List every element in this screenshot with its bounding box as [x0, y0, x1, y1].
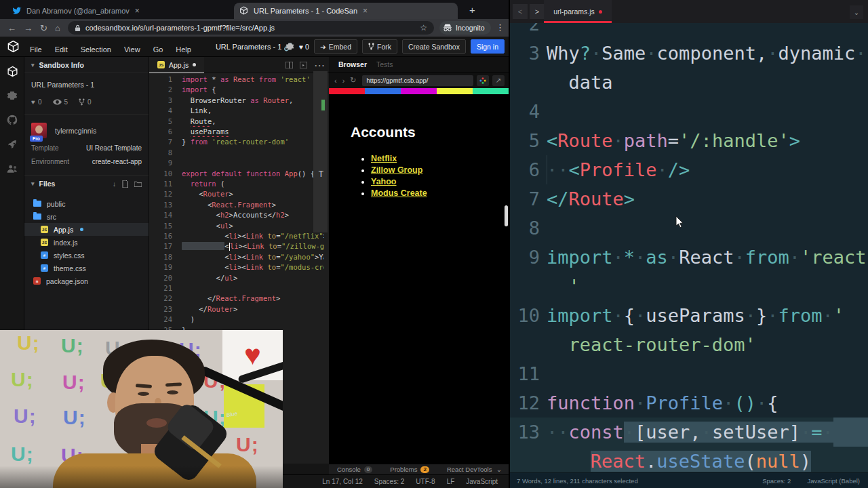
- problems-tab[interactable]: Problems: [390, 466, 417, 473]
- sandbox-info-header[interactable]: ▾ Sandbox Info: [24, 57, 149, 73]
- like-button[interactable]: ♥ 0: [299, 43, 309, 51]
- split-view-icon[interactable]: [285, 62, 293, 68]
- menu-item-help[interactable]: Help: [176, 45, 191, 54]
- bookmark-star-icon[interactable]: ☆: [420, 23, 427, 33]
- new-folder-icon[interactable]: [134, 181, 142, 187]
- github-icon[interactable]: [0, 110, 24, 130]
- likes-stat: ♥0: [31, 98, 42, 106]
- webcam-bottom-shadow: [0, 466, 283, 488]
- menu-item-selection[interactable]: Selection: [81, 45, 111, 54]
- code-line-7: 7} from 'react-router-dom': [149, 137, 324, 147]
- language-indicator[interactable]: JavaScript (Babel): [807, 477, 860, 485]
- menu-item-go[interactable]: Go: [153, 45, 163, 54]
- csb-header: FileEditSelectionViewGoHelp URL Paramete…: [0, 37, 509, 57]
- back-icon[interactable]: ←: [7, 23, 16, 33]
- tab-url-params[interactable]: url-params.js: [544, 0, 612, 23]
- tab-tests[interactable]: Tests: [376, 60, 393, 68]
- status-item[interactable]: Spaces: 2: [374, 478, 404, 485]
- zoom-code-line-4: 4: [510, 97, 868, 126]
- preview-back-icon[interactable]: ‹: [334, 77, 337, 85]
- chevron-down-icon[interactable]: ⌄: [850, 5, 863, 19]
- file-row-theme-css[interactable]: #theme.css: [24, 262, 149, 274]
- file-row-src[interactable]: src: [24, 210, 149, 223]
- author-row[interactable]: Pro tylermcginnis: [24, 115, 149, 138]
- fork-button[interactable]: Fork: [362, 39, 397, 54]
- menu-item-edit[interactable]: Edit: [55, 45, 68, 54]
- deploy-rocket-icon[interactable]: [0, 134, 24, 155]
- nav-back-icon[interactable]: <: [513, 4, 528, 19]
- file-row-package-json[interactable]: npackage.json: [24, 274, 149, 287]
- menu-item-file[interactable]: File: [30, 45, 42, 54]
- editor-scrollbar[interactable]: [313, 71, 328, 232]
- accounts-link-list: NetflixZillow GroupYahooModus Create: [371, 154, 427, 200]
- code-line-21: 21: [149, 283, 324, 293]
- sign-in-button[interactable]: Sign in: [471, 39, 505, 54]
- heart-icon: ♥: [31, 98, 35, 106]
- preview-address-bar[interactable]: https://gpmtf.csb.app/: [362, 75, 473, 86]
- code-line-18: 18 <li><Link to="/yahoo">Yahoo</: [149, 252, 324, 262]
- code-line-8: 8: [149, 148, 324, 158]
- account-link-yahoo[interactable]: Yahoo: [371, 177, 397, 186]
- more-options-icon[interactable]: ⋯: [314, 59, 325, 72]
- file-row-App-js[interactable]: JSApp.js: [24, 223, 149, 236]
- zoom-code-wrap: ': [510, 272, 868, 301]
- status-item[interactable]: JavaScript: [466, 478, 498, 485]
- nav-forward-icon[interactable]: >: [530, 4, 545, 19]
- browser-tab-twitter[interactable]: Dan Abramov (@dan_abramov ×: [7, 3, 231, 19]
- open-external-icon[interactable]: ↗: [492, 75, 505, 86]
- heart-graphic: ♥: [244, 339, 261, 371]
- files-section-header[interactable]: ▾ Files ↓: [24, 176, 149, 192]
- responsive-mode-icon[interactable]: [477, 75, 489, 86]
- editor-tab-appjs[interactable]: JS App.js: [149, 57, 204, 73]
- preview-forward-icon[interactable]: ›: [342, 77, 345, 85]
- browser-tab-codesandbox[interactable]: URL Parameters - 1 - CodeSan ×: [234, 3, 458, 19]
- file-row-styles-css[interactable]: #styles.css: [24, 249, 149, 262]
- settings-gear-icon[interactable]: [0, 85, 24, 106]
- create-sandbox-button[interactable]: Create Sandbox: [402, 39, 466, 54]
- browser-menu-icon[interactable]: ⋮: [496, 22, 505, 33]
- status-item[interactable]: Ln 17, Col 12: [322, 478, 363, 485]
- console-tab[interactable]: Console: [337, 466, 361, 473]
- devtools-tab[interactable]: React DevTools: [447, 466, 492, 473]
- js-file-icon: JS: [157, 61, 165, 68]
- menu-item-view[interactable]: View: [124, 45, 140, 54]
- pane-drag-handle[interactable]: [505, 205, 508, 226]
- code-line-15: 15 <ul>: [149, 221, 324, 231]
- file-row-public[interactable]: public: [24, 197, 149, 210]
- new-file-icon[interactable]: [122, 180, 128, 188]
- browser-tab-strip: Dan Abramov (@dan_abramov × URL Paramete…: [0, 0, 509, 19]
- file-name: public: [47, 200, 65, 208]
- stripe-segment: [401, 88, 437, 94]
- address-bar[interactable]: codesandbox.io/s/url-parameters-1-gpmtf?…: [68, 21, 434, 35]
- wall-logo: U;: [11, 443, 34, 466]
- code-line-6: 6 useParams: [149, 127, 324, 137]
- account-list-item: Modus Create: [371, 188, 427, 198]
- file-row-index-js[interactable]: JSindex.js: [24, 236, 149, 249]
- embed-button[interactable]: ➜Embed: [314, 39, 357, 54]
- account-link-netflix[interactable]: Netflix: [371, 154, 397, 163]
- account-link-modus-create[interactable]: Modus Create: [371, 188, 427, 198]
- tab-close-icon[interactable]: ×: [135, 6, 140, 16]
- status-item[interactable]: LF: [447, 478, 455, 485]
- forward-icon[interactable]: →: [24, 23, 33, 33]
- code-line-16: 16 <li><Link to="/netflix">Netfl: [149, 231, 324, 241]
- account-link-zillow-group[interactable]: Zillow Group: [371, 165, 422, 175]
- selection-fill: [833, 418, 868, 447]
- preview-window-icon[interactable]: [300, 62, 307, 68]
- tab-close-icon[interactable]: ×: [363, 6, 368, 16]
- stripe-segment: [473, 88, 509, 94]
- download-icon[interactable]: ↓: [113, 180, 116, 188]
- files-cube-icon[interactable]: [0, 61, 24, 81]
- zoom-code-area[interactable]: 23Why?·Same·component,·dynamic·data45<Ro…: [510, 23, 868, 472]
- team-users-icon[interactable]: [0, 159, 24, 179]
- home-icon[interactable]: ⌂: [55, 23, 60, 33]
- status-item[interactable]: UTF-8: [416, 478, 435, 485]
- spaces-indicator[interactable]: Spaces: 2: [762, 477, 791, 485]
- tab-browser[interactable]: Browser: [338, 60, 367, 68]
- collapse-console-icon[interactable]: ⌄: [496, 466, 502, 473]
- settings-gear-icon[interactable]: [285, 42, 294, 51]
- reload-icon[interactable]: ↻: [40, 23, 47, 33]
- new-tab-button[interactable]: +: [469, 4, 475, 16]
- codesandbox-logo[interactable]: [7, 40, 20, 53]
- preview-reload-icon[interactable]: ↻: [350, 76, 356, 85]
